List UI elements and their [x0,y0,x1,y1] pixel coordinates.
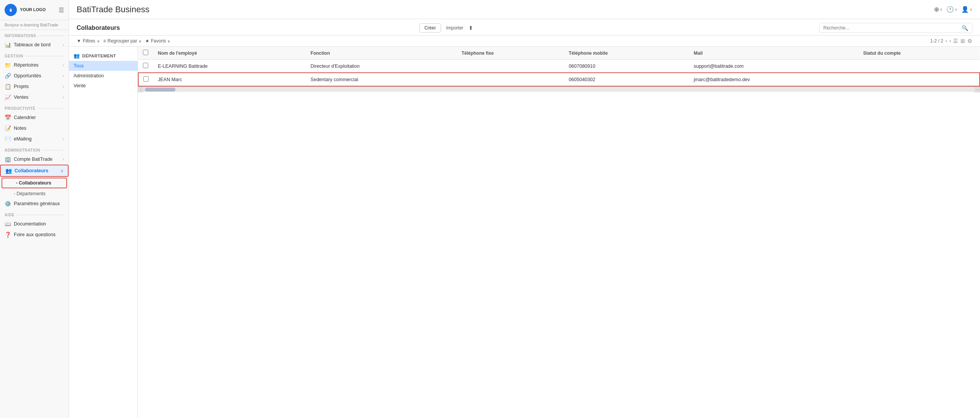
dept-vente-label: Vente [74,83,86,88]
col-mail-label: Mail [694,51,703,56]
scroll-right-arrow[interactable]: › [975,87,980,92]
row-checkbox[interactable] [143,76,149,82]
table-row[interactable]: E-LEARNING Batitrade Directeur d'Exploit… [138,60,980,73]
cell-telephone-fixe [457,73,564,86]
hamburger-icon[interactable]: ☰ [59,7,64,14]
dept-item-tous[interactable]: Tous [69,61,138,71]
book-icon: 📖 [5,221,11,227]
list-view-icon[interactable]: ☰ [953,38,958,44]
cell-statut [859,73,980,86]
company-icon: 🏢 [5,156,11,162]
list-header: Collaborateurs Créer Importer ⬆ 🔍 [69,19,980,36]
dept-item-administration[interactable]: Administration [69,71,138,81]
sidebar-label-projets: Projets [14,84,29,89]
chevron-right-icon: › [63,85,64,89]
data-table: Nom de l'employé Fonction Téléphone fixe… [138,47,980,87]
sidebar-item-projets[interactable]: 📋 Projets › [0,81,69,92]
sidebar-subitem-collaborateurs[interactable]: - Collaborateurs [2,178,67,188]
logo-icon [5,4,17,16]
scroll-left-arrow[interactable]: ‹ [138,87,143,92]
col-telephone-mobile-label: Téléphone mobile [569,51,608,56]
sidebar-subitem-label-departements: - Départements [14,191,46,196]
sidebar-item-documentation[interactable]: 📖 Documentation [0,219,69,229]
col-nom-label: Nom de l'employé [158,51,197,56]
col-telephone-fixe-label: Téléphone fixe [462,51,494,56]
favorites-button[interactable]: ★ Favoris ∨ [145,38,170,44]
next-page-icon[interactable]: › [949,38,951,44]
row-checkbox[interactable] [143,63,148,68]
dept-header-label: DÉPARTEMENT [82,54,116,58]
row-checkbox-cell [138,73,153,86]
col-fonction-label: Fonction [311,51,330,56]
dept-icon: 👥 [74,53,80,59]
table-row[interactable]: JEAN Marc Sedentary commercial 060504030… [138,73,980,86]
chevron-down-icon: ∨ [167,39,170,43]
sidebar-item-collaborateurs[interactable]: 👥 Collaborateurs ∨ [0,165,69,177]
select-all-checkbox[interactable] [143,50,148,55]
pagination-text: 1-2 / 2 [930,38,943,44]
calendar-icon: 📅 [5,114,11,121]
import-button[interactable]: Importer [444,24,466,32]
sidebar-item-emailing[interactable]: ✉️ eMailing › [0,134,69,144]
cell-nom[interactable]: E-LEARNING Batitrade [153,60,306,73]
chevron-right-icon: › [63,74,64,78]
email-icon: ✉️ [5,136,11,142]
sidebar-item-notes[interactable]: 📝 Notes [0,123,69,134]
sidebar-label-ventes: Ventes [14,95,28,100]
star-icon: ★ [145,38,149,44]
group-by-button[interactable]: ≡ Regrouper par ∨ [103,38,141,44]
scroll-thumb[interactable] [145,88,175,91]
col-statut: Statut du compte [859,47,980,60]
dashboard-icon: 📊 [5,42,11,48]
upload-icon[interactable]: ⬆ [469,25,473,31]
sidebar-item-foire-aux-questions[interactable]: ❓ Foire aux questions [0,229,69,240]
sidebar-label-parametres-generaux: Paramètres généraux [14,201,60,206]
regrouper-label: Regrouper par [108,38,137,44]
sidebar-item-calendrier[interactable]: 📅 Calendrier [0,112,69,123]
sidebar-item-compte-batitrade[interactable]: 🏢 Compte BatiTrade › [0,154,69,165]
grid-view-icon[interactable]: ⊞ [960,38,965,44]
cell-telephone-mobile: 0605040302 [564,73,689,86]
main-content: BatiTrade Business ⊕∨ 🕐∨ 👤∨ Collaborateu… [69,0,980,418]
sidebar-header: YOUR LOGO ☰ [0,0,69,20]
sidebar-label-notes: Notes [14,126,26,131]
dept-administration-label: Administration [74,73,104,78]
col-statut-label: Statut du compte [863,51,901,56]
cell-mail: support@batitrade.com [689,60,859,73]
sidebar-item-parametres-generaux[interactable]: ⚙️ Paramètres généraux [0,198,69,209]
create-button[interactable]: Créer [420,23,441,33]
filter-button[interactable]: ▼ Filtres ∨ [77,38,100,44]
top-bar-actions: ⊕∨ 🕐∨ 👤∨ [934,6,972,13]
sidebar: YOUR LOGO ☰ Bonjour e-learning BatiTrade… [0,0,69,418]
sidebar-item-tableaux-de-bord[interactable]: 📊 Tableaux de bord › [0,39,69,50]
sidebar-label-documentation: Documentation [14,221,46,227]
add-icon[interactable]: ⊕∨ [934,6,942,13]
sidebar-label-foire-aux-questions: Foire aux questions [14,232,56,237]
search-input[interactable] [823,25,962,31]
sidebar-item-ventes[interactable]: 📈 Ventes › [0,92,69,103]
department-sidebar: 👥 DÉPARTEMENT Tous Administration Vente [69,47,138,418]
user-account-icon[interactable]: 👤∨ [961,6,972,13]
table-container: 👥 DÉPARTEMENT Tous Administration Vente [69,47,980,418]
notes-icon: 📝 [5,125,11,131]
sidebar-label-compte-batitrade: Compte BatiTrade [14,157,52,162]
search-bar: 🔍 [819,23,972,33]
settings-icon: ⚙️ [5,201,11,207]
cell-nom[interactable]: JEAN Marc [153,73,306,86]
chevron-right-icon: › [63,95,64,100]
sidebar-label-calendrier: Calendrier [14,115,36,120]
sidebar-item-opportunites[interactable]: 🔗 Opportunités › [0,70,69,81]
cell-fonction: Directeur d'Exploitation [306,60,457,73]
prev-page-icon[interactable]: ‹ [946,38,947,44]
dept-item-vente[interactable]: Vente [69,81,138,91]
section-productivite: PRODUCTIVITÉ [0,103,69,112]
sidebar-subitem-departements[interactable]: - Départements [0,189,69,198]
horizontal-scrollbar[interactable]: ‹ › [138,87,980,92]
clock-icon[interactable]: 🕐∨ [946,6,957,13]
sidebar-item-repertoires[interactable]: 📁 Répertoires › [0,60,69,70]
settings-view-icon[interactable]: ⚙ [967,38,972,44]
filter-icon: ▼ [77,38,81,44]
projects-icon: 📋 [5,83,11,90]
dept-tous-label: Tous [74,63,84,69]
row-checkbox-cell [138,60,153,73]
